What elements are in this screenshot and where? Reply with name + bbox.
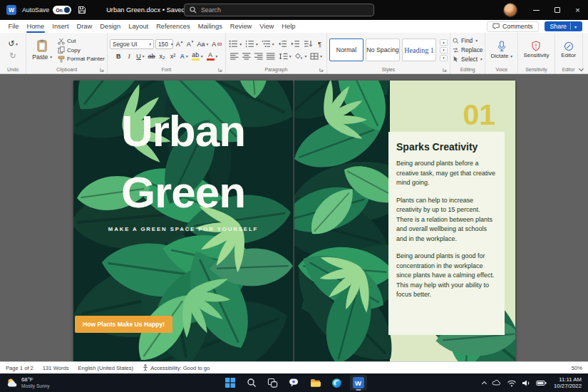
- font-color-button[interactable]: A▾: [205, 51, 219, 61]
- replace-button[interactable]: Replace: [453, 46, 483, 53]
- grow-font-button[interactable]: A▴: [175, 38, 184, 49]
- tab-home[interactable]: Home: [23, 20, 48, 33]
- document-page-1[interactable]: Urban Green MAKE A GREEN SPACE FOR YOURS…: [73, 81, 293, 361]
- format-painter-button[interactable]: Format Painter: [58, 56, 105, 63]
- voice-group: Dictate▾ Voice: [485, 33, 518, 73]
- close-button[interactable]: ×: [567, 0, 588, 20]
- taskbar-search-button[interactable]: [243, 375, 260, 391]
- document-title-menu[interactable]: Urban Green.docx • Saved ▾: [106, 6, 191, 14]
- font-name-select[interactable]: Segoe UI▾: [110, 39, 154, 49]
- tab-view[interactable]: View: [256, 20, 278, 33]
- select-button[interactable]: Select▾: [453, 56, 483, 63]
- copy-button[interactable]: Copy: [58, 46, 81, 53]
- collapse-ribbon-button[interactable]: [579, 67, 583, 71]
- chat-button[interactable]: [286, 375, 303, 391]
- cut-button[interactable]: Cut: [58, 38, 76, 45]
- underline-button[interactable]: U▾: [135, 51, 145, 61]
- maximize-button[interactable]: [547, 0, 567, 20]
- page-indicator[interactable]: Page 1 of 2: [6, 365, 33, 371]
- style-no-spacing[interactable]: No Spacing: [366, 38, 400, 61]
- increase-indent-button[interactable]: [289, 38, 301, 49]
- style-heading-1[interactable]: Heading 1: [402, 38, 436, 61]
- superscript-button[interactable]: x²: [168, 51, 177, 61]
- bullets-button[interactable]: ▾: [228, 38, 243, 49]
- editor-button[interactable]: Editor: [558, 41, 579, 59]
- dictate-button[interactable]: Dictate▾: [488, 41, 515, 60]
- tab-layout[interactable]: Layout: [125, 20, 153, 33]
- sensitivity-button[interactable]: Sensitivity: [520, 41, 552, 59]
- titlebar-search[interactable]: [184, 4, 374, 16]
- tab-review[interactable]: Review: [226, 20, 255, 33]
- sort-button[interactable]: [302, 38, 314, 49]
- word-count[interactable]: 131 Words: [43, 365, 69, 371]
- weather-widget[interactable]: 68°F Mostly Sunny: [0, 377, 50, 389]
- style-no-spacing-label: No Spacing: [366, 46, 398, 53]
- multilevel-list-button[interactable]: ▾: [260, 38, 275, 49]
- align-left-button[interactable]: [229, 51, 239, 61]
- tab-design[interactable]: Design: [96, 20, 125, 33]
- paste-button[interactable]: Paste▾: [29, 38, 56, 61]
- numbering-button[interactable]: ▾: [244, 38, 259, 49]
- zoom-level[interactable]: 50%: [572, 365, 582, 371]
- wifi-icon[interactable]: [507, 379, 517, 387]
- task-view-button[interactable]: [264, 375, 282, 391]
- share-button[interactable]: Share ▾: [545, 21, 583, 31]
- battery-icon[interactable]: [536, 380, 547, 386]
- show-formatting-button[interactable]: ¶: [315, 38, 324, 49]
- justify-icon: [267, 53, 275, 60]
- document-page-2[interactable]: 01 Sparks Creativity Being around plants…: [294, 81, 515, 361]
- borders-button[interactable]: ▾: [309, 51, 324, 61]
- volume-icon[interactable]: [522, 379, 531, 387]
- italic-button[interactable]: I: [125, 51, 134, 61]
- minimize-button[interactable]: [526, 0, 547, 20]
- find-button[interactable]: Find▾: [453, 37, 478, 44]
- font-size-select[interactable]: 150▾: [155, 39, 173, 49]
- clipboard-dialog-launcher[interactable]: [100, 68, 104, 72]
- tab-insert[interactable]: Insert: [48, 20, 73, 33]
- align-right-button[interactable]: [253, 51, 264, 61]
- redo-button[interactable]: ↻: [9, 51, 18, 61]
- paragraph-dialog-launcher[interactable]: [319, 68, 324, 72]
- styles-gallery-down-button[interactable]: ▾: [440, 47, 448, 53]
- document-canvas[interactable]: Urban Green MAKE A GREEN SPACE FOR YOURS…: [0, 74, 588, 361]
- subscript-button[interactable]: x₂: [158, 51, 167, 61]
- font-dialog-launcher[interactable]: [218, 68, 222, 72]
- styles-gallery-more-button[interactable]: ▾: [440, 55, 448, 61]
- accessibility-status[interactable]: Accessibility: Good to go: [143, 364, 210, 371]
- tray-show-hidden-icons-button[interactable]: [483, 381, 486, 386]
- strikethrough-button[interactable]: ab: [147, 51, 156, 61]
- styles-gallery-up-button[interactable]: ▴: [440, 39, 448, 46]
- decrease-indent-button[interactable]: [277, 38, 288, 49]
- highlight-color-button[interactable]: ab▾: [190, 51, 204, 61]
- tab-draw[interactable]: Draw: [73, 20, 96, 33]
- bold-button[interactable]: B: [114, 51, 123, 61]
- tab-mailings[interactable]: Mailings: [194, 20, 226, 33]
- text-effects-button[interactable]: A▾: [179, 51, 189, 61]
- edge-button[interactable]: [329, 375, 346, 391]
- onedrive-icon[interactable]: [491, 379, 502, 386]
- comments-button[interactable]: Comments: [487, 21, 539, 32]
- align-center-button[interactable]: [241, 51, 252, 61]
- user-avatar[interactable]: [504, 4, 517, 16]
- font-size-value: 150: [158, 41, 168, 48]
- autosave-toggle[interactable]: On: [53, 6, 71, 14]
- justify-button[interactable]: [265, 51, 276, 61]
- search-input[interactable]: [201, 6, 368, 14]
- shading-button[interactable]: ▾: [294, 51, 308, 61]
- language-indicator[interactable]: English (United States): [78, 365, 133, 371]
- tab-references[interactable]: References: [153, 20, 195, 33]
- start-button[interactable]: [222, 375, 239, 391]
- line-spacing-button[interactable]: ▾: [277, 51, 292, 61]
- word-taskbar-button[interactable]: W: [350, 375, 367, 391]
- clear-formatting-button[interactable]: A: [211, 38, 223, 49]
- tab-help[interactable]: Help: [278, 20, 299, 33]
- undo-button[interactable]: ↺▾: [7, 38, 19, 49]
- change-case-button[interactable]: Aa▾: [196, 38, 210, 49]
- styles-dialog-launcher[interactable]: [443, 68, 447, 72]
- style-normal[interactable]: Normal: [329, 38, 363, 61]
- file-explorer-button[interactable]: [307, 375, 324, 391]
- taskbar-clock[interactable]: 11:11 AM 10/27/2022: [554, 376, 582, 390]
- save-button[interactable]: [78, 6, 86, 14]
- shrink-font-button[interactable]: A▾: [185, 38, 195, 49]
- tab-file[interactable]: File: [4, 20, 23, 33]
